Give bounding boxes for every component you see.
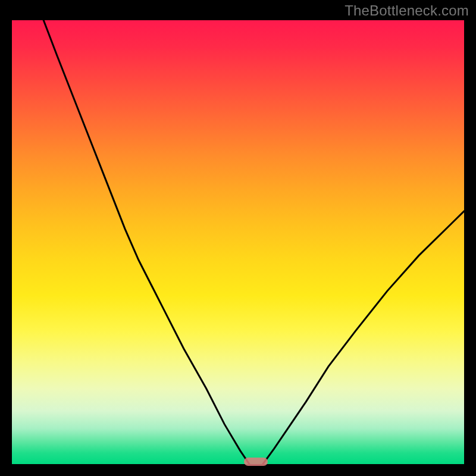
- bottleneck-curve: [12, 20, 464, 464]
- plot-area: [12, 20, 464, 464]
- chart-frame: TheBottleneck.com: [0, 0, 476, 476]
- optimal-point-marker: [244, 458, 268, 466]
- curve-right-branch: [263, 211, 464, 464]
- watermark-text: TheBottleneck.com: [345, 2, 469, 19]
- curve-left-branch: [43, 20, 249, 464]
